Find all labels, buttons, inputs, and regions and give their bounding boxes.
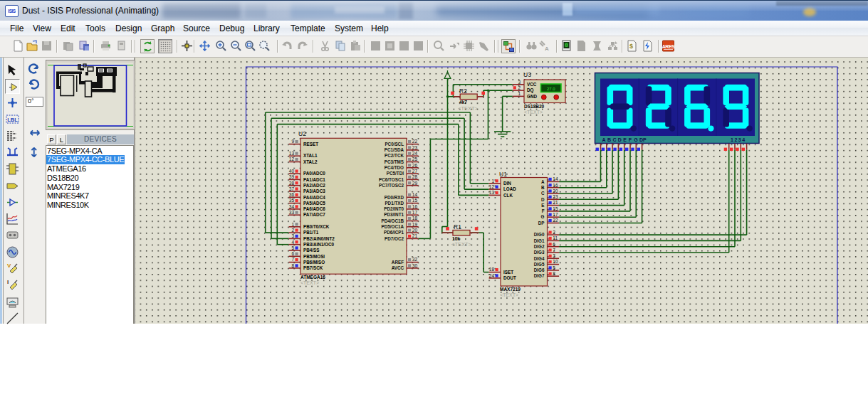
- svg-text:V: V: [7, 262, 11, 269]
- svg-text:18: 18: [489, 267, 495, 272]
- svg-text:XTAL1: XTAL1: [303, 153, 318, 158]
- svg-text:DP: DP: [538, 221, 545, 226]
- svg-text:CLK: CLK: [503, 193, 513, 198]
- svg-text:PC4/TDO: PC4/TDO: [385, 165, 404, 170]
- svg-text:G: G: [541, 214, 545, 219]
- svg-text:LBL: LBL: [7, 117, 18, 123]
- svg-text:22: 22: [412, 139, 418, 144]
- svg-text:35: 35: [289, 198, 295, 203]
- svg-text:PB6/MISO: PB6/MISO: [303, 260, 325, 265]
- svg-text:<TEXT>: <TEXT>: [524, 110, 543, 115]
- svg-text:PC2/TCK: PC2/TCK: [385, 153, 404, 158]
- svg-text:24: 24: [412, 151, 418, 156]
- svg-text:23: 23: [553, 194, 558, 199]
- svg-text:PA2/ADC2: PA2/ADC2: [303, 183, 325, 188]
- svg-text:PA7/ADC7: PA7/ADC7: [303, 212, 325, 217]
- svg-text:A: A: [545, 46, 549, 52]
- svg-text:12: 12: [489, 184, 495, 189]
- svg-text:3: 3: [291, 233, 294, 238]
- svg-text:LOAD: LOAD: [503, 186, 516, 191]
- svg-text:PC3/TMS: PC3/TMS: [385, 159, 404, 164]
- svg-text:30: 30: [412, 263, 418, 268]
- svg-text:40: 40: [289, 169, 295, 174]
- svg-text:DIG4: DIG4: [534, 256, 545, 261]
- svg-text:PD2/INT0: PD2/INT0: [384, 206, 404, 211]
- svg-text:2: 2: [553, 230, 555, 235]
- svg-text:PA3/ADC3: PA3/ADC3: [303, 189, 325, 193]
- svg-text:26: 26: [412, 163, 418, 168]
- svg-text:PA0/ADC0: PA0/ADC0: [303, 171, 325, 176]
- svg-text:DIG1: DIG1: [534, 238, 545, 243]
- svg-text:DIG0: DIG0: [534, 232, 545, 237]
- svg-text:PB3/AIN1/OC0: PB3/AIN1/OC0: [303, 242, 335, 247]
- svg-text:U2: U2: [298, 130, 306, 137]
- svg-text:29: 29: [412, 181, 418, 186]
- svg-text:1: 1: [291, 222, 294, 227]
- svg-text:37: 37: [289, 186, 295, 191]
- svg-text:<TEXT>: <TEXT>: [458, 105, 479, 112]
- svg-text:DOUT: DOUT: [503, 275, 516, 280]
- svg-text:1: 1: [518, 91, 521, 96]
- svg-text:5: 5: [553, 265, 555, 270]
- svg-text:25: 25: [412, 157, 418, 161]
- svg-text:I: I: [7, 279, 9, 285]
- svg-text:3: 3: [553, 253, 555, 258]
- svg-text:PB4/SS: PB4/SS: [303, 248, 319, 253]
- svg-text:1: 1: [491, 179, 494, 184]
- svg-text:12: 12: [289, 157, 295, 161]
- svg-text:PA6/ADC6: PA6/ADC6: [303, 206, 325, 211]
- svg-text:2: 2: [518, 85, 521, 90]
- svg-text:A: A: [541, 179, 545, 184]
- svg-text:3: 3: [518, 80, 521, 85]
- svg-text:DIG2: DIG2: [534, 244, 545, 249]
- svg-text:21: 21: [412, 233, 418, 238]
- svg-text:14: 14: [412, 192, 418, 197]
- svg-text:C: C: [541, 191, 545, 196]
- svg-text:PC6/TOSC1: PC6/TOSC1: [379, 177, 404, 182]
- svg-text:C: C: [612, 137, 616, 142]
- svg-text:6: 6: [291, 251, 294, 256]
- svg-text:15: 15: [553, 206, 558, 211]
- svg-text:DIG7: DIG7: [534, 273, 545, 278]
- svg-text:E: E: [541, 203, 544, 208]
- svg-text:<TEXT>: <TEXT>: [300, 280, 319, 285]
- svg-text:PB0/T0/XCK: PB0/T0/XCK: [303, 224, 330, 229]
- svg-text:G: G: [634, 137, 638, 142]
- svg-text:D: D: [541, 197, 545, 202]
- svg-text:14: 14: [553, 176, 558, 181]
- svg-text:DP: DP: [639, 137, 647, 142]
- svg-text:22: 22: [553, 218, 558, 223]
- svg-text:8: 8: [553, 271, 555, 276]
- svg-text:33: 33: [289, 210, 295, 215]
- svg-text:7: 7: [553, 248, 555, 253]
- svg-text:PD6/ICP1: PD6/ICP1: [384, 230, 404, 235]
- svg-text:PD4/OC1B: PD4/OC1B: [382, 218, 404, 223]
- svg-text:PD0/RXD: PD0/RXD: [385, 195, 404, 200]
- svg-text:6: 6: [553, 242, 555, 247]
- svg-text:7: 7: [291, 257, 294, 262]
- svg-text:39: 39: [289, 174, 295, 179]
- svg-text:PD5/OC1A: PD5/OC1A: [382, 224, 404, 229]
- svg-text:1234: 1234: [731, 137, 746, 142]
- svg-text:PA5/ADC5: PA5/ADC5: [303, 201, 325, 206]
- svg-text:5: 5: [291, 245, 294, 250]
- svg-text:16: 16: [412, 204, 418, 209]
- svg-text:28: 28: [412, 174, 418, 179]
- svg-text:PD1/TXD: PD1/TXD: [385, 201, 404, 206]
- svg-text:PA1/ADC1: PA1/ADC1: [303, 177, 325, 182]
- svg-text:B: B: [541, 185, 545, 190]
- svg-text:U1: U1: [499, 171, 507, 178]
- svg-text:9: 9: [291, 139, 294, 144]
- svg-text:ARES: ARES: [662, 44, 674, 49]
- svg-text:PC0/SCL: PC0/SCL: [385, 142, 404, 147]
- svg-text:23: 23: [412, 145, 418, 150]
- svg-text:AREF: AREF: [392, 260, 404, 265]
- svg-text:32: 32: [412, 257, 418, 262]
- svg-text:$: $: [629, 43, 633, 50]
- svg-text:RESET: RESET: [303, 142, 318, 147]
- svg-text:17: 17: [412, 210, 418, 215]
- svg-text:<TEXT>: <TEXT>: [451, 241, 472, 248]
- svg-text:ISET: ISET: [503, 270, 513, 275]
- svg-text:36: 36: [289, 192, 295, 197]
- svg-text:A: A: [602, 137, 606, 142]
